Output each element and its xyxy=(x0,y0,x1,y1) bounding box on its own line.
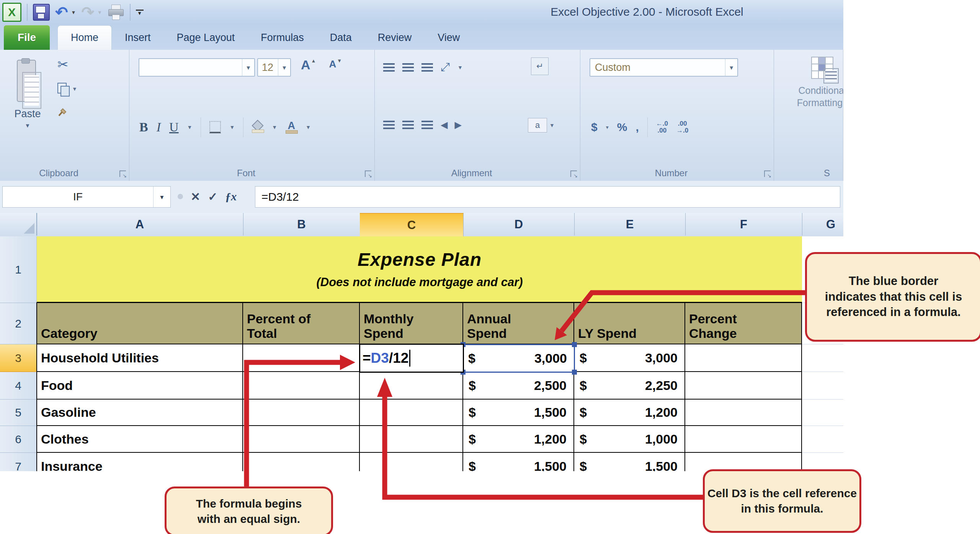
accounting-format-button[interactable]: $ xyxy=(591,121,598,134)
cell-d2-annual-spend-header[interactable]: AnnualSpend xyxy=(463,303,574,344)
align-center-icon[interactable] xyxy=(402,121,414,129)
cell-d3-referenced[interactable]: $3,000 xyxy=(462,344,575,373)
cell-e3[interactable]: $3,000 xyxy=(574,344,685,372)
cell-b6[interactable] xyxy=(243,426,360,453)
cell-e7[interactable]: $1,500 xyxy=(574,453,685,471)
cell-d4[interactable]: $2,500 xyxy=(463,372,574,400)
bold-button[interactable]: B xyxy=(139,120,148,134)
save-icon[interactable] xyxy=(33,4,50,21)
cell-f3[interactable] xyxy=(685,344,802,372)
tab-home[interactable]: Home xyxy=(57,25,112,50)
cell-e2-ly-spend-header[interactable]: LY Spend xyxy=(574,303,685,344)
enter-button[interactable]: ✓ xyxy=(208,190,217,203)
redo-dropdown-icon[interactable]: ▼ xyxy=(97,10,102,15)
borders-icon[interactable] xyxy=(209,121,221,133)
paste-dropdown-icon[interactable]: ▼ xyxy=(25,122,31,129)
cell-a1-banner[interactable]: Expense Plan (Does not include mortgage … xyxy=(36,236,803,303)
tab-view[interactable]: View xyxy=(425,25,473,50)
cell-f7[interactable] xyxy=(685,453,802,471)
number-dialog-launcher[interactable]: ↘ xyxy=(764,170,771,177)
paste-button[interactable]: Paste ▼ xyxy=(5,54,50,165)
row-header-4[interactable]: 4 xyxy=(0,372,37,400)
select-all-corner[interactable] xyxy=(0,213,37,236)
cell-a2-category-header[interactable]: Category xyxy=(36,303,243,344)
cell-e5[interactable]: $1,200 xyxy=(574,400,685,426)
font-color-icon[interactable]: A xyxy=(286,121,297,134)
decrease-decimal-button[interactable]: .00→.0 xyxy=(676,120,688,134)
font-dialog-launcher[interactable]: ↘ xyxy=(365,170,371,177)
underline-dropdown-icon[interactable]: ▼ xyxy=(187,124,193,130)
column-header-g[interactable]: G xyxy=(802,213,843,236)
copy-button[interactable]: ▼ xyxy=(57,83,77,95)
tab-data[interactable]: Data xyxy=(317,25,365,50)
cell-c3-formula-edit[interactable]: =D3/12 xyxy=(359,344,464,373)
cell-f5[interactable] xyxy=(685,400,802,426)
cell-a3[interactable]: Household Utilities xyxy=(36,344,243,372)
orientation-dropdown-icon[interactable]: ▼ xyxy=(457,64,463,70)
cell-g3[interactable] xyxy=(802,344,843,372)
cell-a6[interactable]: Clothes xyxy=(36,426,243,453)
name-box-dropdown-icon[interactable]: ▼ xyxy=(153,187,170,207)
cell-e4[interactable]: $2,250 xyxy=(574,372,685,400)
number-format-combo[interactable]: Custom▼ xyxy=(590,58,738,77)
tab-insert[interactable]: Insert xyxy=(112,25,164,50)
font-name-combo[interactable]: ▼ xyxy=(139,58,255,77)
name-box[interactable]: IF ▼ xyxy=(2,186,171,208)
decrease-indent-icon[interactable]: ◀ xyxy=(441,120,447,130)
font-size-combo[interactable]: 12▼ xyxy=(257,58,291,77)
cell-c2-monthly-spend-header[interactable]: MonthlySpend xyxy=(360,303,463,344)
print-icon[interactable] xyxy=(108,5,124,20)
insert-function-button[interactable]: ƒx xyxy=(225,190,237,203)
align-top-icon[interactable] xyxy=(383,63,395,72)
column-header-d[interactable]: D xyxy=(463,213,575,236)
formula-input[interactable]: =D3/12 xyxy=(255,186,840,208)
align-bottom-icon[interactable] xyxy=(421,63,433,72)
cell-d6[interactable]: $1,200 xyxy=(463,426,574,453)
grow-font-button[interactable]: A▲ xyxy=(301,58,316,71)
cell-d5[interactable]: $1,500 xyxy=(463,400,574,426)
cell-a4[interactable]: Food xyxy=(36,372,243,400)
increase-decimal-button[interactable]: ←.0.00 xyxy=(656,120,668,134)
cell-c7[interactable] xyxy=(360,453,463,471)
cell-b4[interactable] xyxy=(243,372,360,400)
underline-button[interactable]: U xyxy=(169,120,179,134)
merge-center-dropdown-icon[interactable]: ▼ xyxy=(549,122,555,128)
row-header-7[interactable]: 7 xyxy=(0,453,37,471)
cell-g6[interactable] xyxy=(802,426,843,453)
cell-c5[interactable] xyxy=(360,400,463,426)
cell-b7[interactable] xyxy=(243,453,360,471)
comma-style-button[interactable]: , xyxy=(635,121,639,134)
cell-g4[interactable] xyxy=(802,372,843,400)
row-header-5[interactable]: 5 xyxy=(0,400,37,426)
row-header-6[interactable]: 6 xyxy=(0,426,37,453)
cut-button[interactable]: ✂ xyxy=(57,57,69,72)
conditional-formatting-button[interactable]: Conditional Formatting▾ xyxy=(788,57,843,109)
cell-b2-percent-total-header[interactable]: Percent ofTotal xyxy=(243,303,360,344)
cell-f2-percent-change-header[interactable]: PercentChange xyxy=(685,303,802,344)
orientation-icon[interactable]: ⤢ xyxy=(441,61,450,74)
row-header-3[interactable]: 3 xyxy=(0,344,37,372)
tab-file[interactable]: File xyxy=(4,25,50,50)
shrink-font-button[interactable]: A▼ xyxy=(329,58,342,71)
borders-dropdown-icon[interactable]: ▼ xyxy=(229,124,235,130)
column-header-b[interactable]: B xyxy=(243,213,360,236)
cell-c6[interactable] xyxy=(360,426,463,453)
cell-c4[interactable] xyxy=(360,372,463,400)
tab-page-layout[interactable]: Page Layout xyxy=(164,25,248,50)
cell-f6[interactable] xyxy=(685,426,802,453)
align-middle-icon[interactable] xyxy=(402,63,414,72)
cell-b5[interactable] xyxy=(243,400,360,426)
cell-e6[interactable]: $1,000 xyxy=(574,426,685,453)
cell-b3[interactable] xyxy=(243,344,360,372)
cell-d7[interactable]: $1,500 xyxy=(463,453,574,471)
clipboard-dialog-launcher[interactable]: ↘ xyxy=(119,170,126,177)
font-color-dropdown-icon[interactable]: ▼ xyxy=(305,124,311,130)
italic-button[interactable]: I xyxy=(157,120,161,134)
excel-logo-icon[interactable]: X xyxy=(2,3,21,22)
column-header-a[interactable]: A xyxy=(36,213,243,236)
cell-g7[interactable] xyxy=(802,453,843,471)
column-header-c[interactable]: C xyxy=(360,213,464,236)
fill-color-dropdown-icon[interactable]: ▼ xyxy=(272,124,277,130)
alignment-dialog-launcher[interactable]: ↘ xyxy=(570,170,577,177)
tab-formulas[interactable]: Formulas xyxy=(248,25,317,50)
